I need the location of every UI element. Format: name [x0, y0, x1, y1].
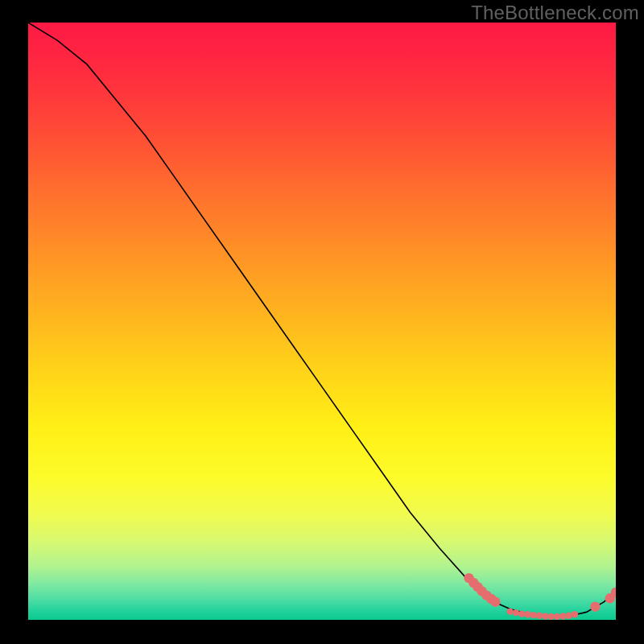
data-point-bottom-cluster: [554, 613, 560, 620]
plot-area: [28, 23, 616, 620]
data-point-bottom-cluster: [548, 613, 555, 620]
data-point-bottom-cluster: [542, 613, 548, 619]
data-point-bottom-cluster: [530, 612, 537, 618]
data-point-bottom-cluster: [513, 609, 519, 616]
chart-frame: TheBottleneck.com: [0, 0, 644, 644]
data-point-bottom-cluster: [524, 611, 530, 617]
data-point-bottom-cluster: [565, 613, 572, 619]
data-points: [464, 573, 616, 620]
watermark-label: TheBottleneck.com: [471, 2, 639, 24]
data-point-upturn: [590, 602, 600, 612]
data-point-segment-a: [490, 597, 500, 607]
bottleneck-curve: [28, 23, 616, 617]
data-point-bottom-cluster: [506, 608, 513, 614]
data-point-bottom-cluster: [572, 611, 578, 617]
data-point-bottom-cluster: [559, 613, 566, 619]
data-point-bottom-cluster: [518, 610, 525, 617]
curve-layer: [28, 23, 616, 620]
data-point-bottom-cluster: [536, 613, 543, 619]
